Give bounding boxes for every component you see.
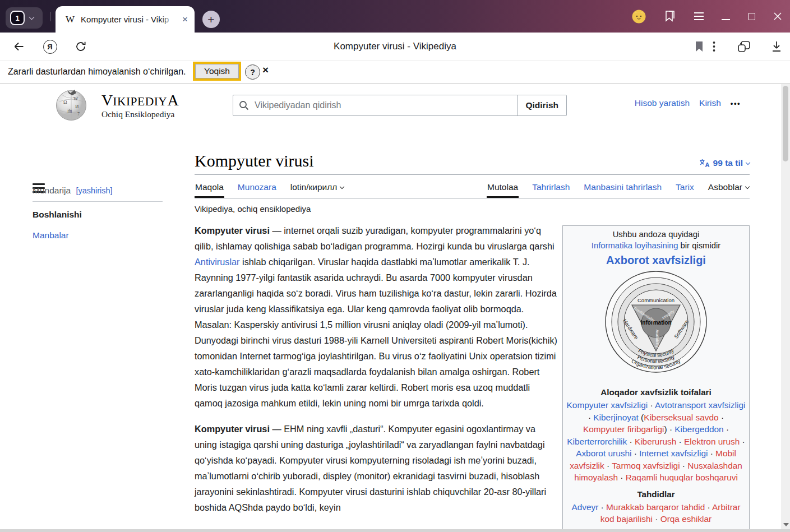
- create-account-link[interactable]: Hisob yaratish: [635, 98, 690, 108]
- browser-menu-icon[interactable]: [694, 10, 704, 22]
- bookmarks-panel-icon[interactable]: [664, 10, 676, 23]
- infobox-link[interactable]: Avtotransport xavfsizligi: [655, 400, 745, 410]
- toc-item-manbalar[interactable]: Manbalar: [33, 230, 163, 240]
- article-body: Kompyuter virusi — internet orqali suzib…: [195, 214, 558, 525]
- article: Kompyuter virusi A 99 ta til MaqolaMunoz…: [195, 151, 750, 531]
- security-diagram: Information Communication Hardware Softw…: [566, 269, 746, 382]
- infobox-link[interactable]: Raqamli huquqlar boshqaruvi: [626, 473, 738, 482]
- scrollbar-down-arrow[interactable]: [783, 523, 789, 526]
- languages-icon: A: [699, 159, 710, 168]
- infobox-link[interactable]: Kompyuter firibgarligi: [583, 424, 664, 434]
- article-tab-bar: MaqolaMunozaralotin/кирилл MutolaaTahrir…: [195, 175, 750, 198]
- bookmark-icon[interactable]: [692, 33, 706, 61]
- svg-text:Information: Information: [641, 320, 672, 326]
- infobox-link-list: Kompyuter xavfsizligi · Avtotransport xa…: [566, 399, 746, 484]
- maximize-button[interactable]: [748, 13, 755, 20]
- search-icon: [233, 95, 255, 115]
- infobox-sections: Aloqador xavfsizlik toifalariKompyuter x…: [566, 387, 746, 525]
- notification-close-icon[interactable]: ×: [262, 64, 269, 76]
- svg-text:A: A: [705, 161, 709, 168]
- infobox-link[interactable]: Kibergeddon: [674, 424, 723, 434]
- article-tab-asboblar[interactable]: Asboblar: [708, 175, 750, 198]
- yandex-home-button[interactable]: Я: [42, 33, 58, 61]
- article-link[interactable]: Antiviruslar: [195, 257, 240, 267]
- table-of-contents: Mundarija [yashirish] BoshlanishiManbala…: [33, 186, 163, 251]
- article-tab-maqola[interactable]: Maqola: [195, 175, 224, 198]
- infobox-link[interactable]: Axborot urushi: [576, 448, 631, 458]
- address-more-icon[interactable]: [708, 33, 720, 61]
- infobox-link[interactable]: Kiberseksual savdo: [644, 413, 718, 422]
- help-icon[interactable]: ?: [245, 64, 260, 80]
- infobox-link[interactable]: Internet xavfsizligi: [639, 448, 708, 458]
- article-tabs-right: MutolaaTahrirlashManbasini tahrirlashTar…: [487, 175, 750, 198]
- infobox-link[interactable]: Kiberterrorchilik: [567, 437, 627, 446]
- article-tab-munozara[interactable]: Munozara: [237, 175, 277, 198]
- svg-text:И: И: [75, 104, 79, 109]
- wikipedia-favicon-icon: W: [66, 14, 75, 25]
- notification-message: Zararli dasturlardan himoyalanish oʻchir…: [8, 61, 186, 83]
- article-tab-lotin-кирилл[interactable]: lotin/кирилл: [290, 175, 345, 198]
- tab-close-icon[interactable]: ×: [182, 15, 188, 24]
- back-button[interactable]: [11, 33, 27, 61]
- article-tab-tarix[interactable]: Tarix: [675, 175, 695, 198]
- infobox-link[interactable]: Adveyr: [571, 502, 598, 512]
- wikipedia-globe-logo[interactable]: Ω W И 而 7: [55, 88, 87, 124]
- browser-toolbar: Я uz.wikipedia.org Kompyuter virusi - Vi…: [0, 33, 790, 61]
- infobox-intro-line1: Ushbu andoza quyidagi: [566, 229, 746, 240]
- infobox-link[interactable]: Murakkab barqaror tahdid: [606, 502, 705, 512]
- toolbar-page-title: Kompyuter virusi - Vikipediya: [241, 33, 549, 61]
- vertical-scrollbar[interactable]: [781, 84, 790, 529]
- infobox-link[interactable]: Elektron urush: [684, 437, 740, 446]
- infobox-link[interactable]: Kompyuter xavfsizligi: [567, 400, 648, 410]
- site-tagline: Vikipediya, ochiq ensiklopediya: [195, 204, 750, 214]
- infobox-title-link[interactable]: Axborot xavfsizligi: [566, 254, 746, 267]
- tabstrip-divider: [50, 12, 50, 21]
- infobox-link[interactable]: Orqa eshiklar: [660, 514, 712, 524]
- tab-counter-badge: 1: [10, 11, 25, 25]
- logo-subtitle: Ochiq Ensiklopediya: [101, 109, 179, 119]
- toc-hide-link[interactable]: [yashirish]: [76, 186, 112, 195]
- article-paragraph: Kompyuter virusi — EHM ning xavfli „dast…: [195, 421, 558, 515]
- profile-avatar[interactable]: [632, 10, 646, 24]
- page-title: Kompyuter virusi: [195, 151, 313, 170]
- article-tab-mutolaa[interactable]: Mutolaa: [487, 175, 519, 198]
- protection-notification-bar: Zararli dasturlardan himoyalanish oʻchir…: [0, 61, 790, 84]
- search-bar: Qidirish: [233, 95, 567, 116]
- article-tab-tahrirlash[interactable]: Tahrirlash: [532, 175, 570, 198]
- infobox-section-heading: Tahdidlar: [566, 489, 746, 499]
- infobox-intro: Ushbu andoza quyidagi Informatika loyiha…: [566, 229, 746, 251]
- tab-counter[interactable]: 1: [6, 7, 43, 29]
- toc-heading: Mundarija: [33, 186, 71, 195]
- new-tab-button[interactable]: +: [202, 11, 220, 28]
- tab-title: Kompyuter virusi - Vikip: [81, 15, 175, 24]
- article-tabs-left: MaqolaMunozaralotin/кирилл: [195, 175, 344, 198]
- enable-protection-button[interactable]: Yoqish: [195, 64, 239, 78]
- infobox-link[interactable]: Tarmoq xavfsizligi: [612, 461, 680, 470]
- reload-button[interactable]: [73, 33, 89, 61]
- close-window-button[interactable]: [773, 12, 782, 21]
- infobox-project-link[interactable]: Informatika loyihasining: [592, 241, 678, 250]
- infobox-link[interactable]: Kiberjinoyat: [593, 413, 638, 422]
- svg-text:Availability: Availability: [655, 330, 659, 348]
- extensions-icon[interactable]: [734, 33, 754, 61]
- search-button[interactable]: Qidirish: [517, 95, 566, 115]
- minimize-button[interactable]: [722, 12, 730, 20]
- chevron-down-icon: [746, 160, 750, 165]
- svg-text:而: 而: [67, 108, 72, 114]
- svg-text:W: W: [73, 96, 78, 101]
- toc-item-boshlanishi[interactable]: Boshlanishi: [33, 210, 163, 220]
- scrollbar-thumb[interactable]: [783, 86, 788, 161]
- article-tab-manbasini-tahrirlash[interactable]: Manbasini tahrirlash: [583, 175, 662, 198]
- user-menu-icon[interactable]: •••: [731, 99, 741, 108]
- downloads-icon[interactable]: [768, 33, 785, 61]
- title-divider: [195, 174, 750, 175]
- browser-titlebar: 1 W Kompyuter virusi - Vikip × +: [0, 0, 790, 33]
- language-selector[interactable]: A 99 ta til: [699, 158, 750, 170]
- infobox-link-list: Adveyr · Murakkab barqaror tahdid · Arbi…: [566, 501, 746, 525]
- login-link[interactable]: Kirish: [699, 98, 721, 108]
- window-bottom-edge: [0, 529, 790, 532]
- search-input[interactable]: [255, 95, 517, 115]
- browser-tab-active[interactable]: W Kompyuter virusi - Vikip ×: [56, 6, 195, 33]
- wikipedia-wordmark[interactable]: VIKIPEDIYA Ochiq Ensiklopediya: [101, 91, 179, 119]
- infobox-link[interactable]: Kiberurush: [635, 437, 676, 446]
